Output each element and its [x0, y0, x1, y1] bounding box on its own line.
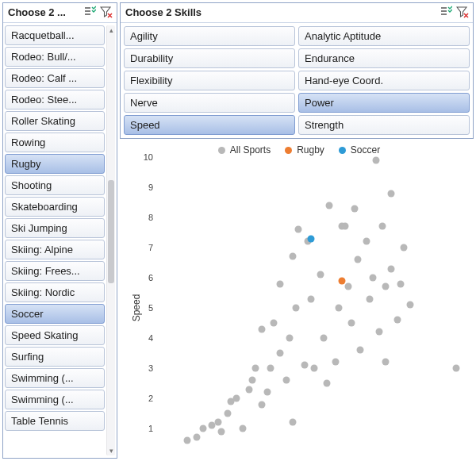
list-item[interactable]: Speed Skating [5, 325, 105, 345]
data-point [375, 328, 382, 336]
data-point [453, 365, 460, 372]
skill-item[interactable]: Endurance [298, 48, 470, 68]
data-point [289, 253, 296, 260]
data-point [193, 434, 200, 441]
scroll-up-arrow[interactable]: ▴ [107, 25, 115, 35]
y-tick: 8 [148, 213, 153, 222]
data-point [320, 335, 327, 342]
data-point [372, 156, 379, 163]
list-item[interactable]: Rugby [5, 154, 105, 174]
data-point [336, 305, 343, 312]
skill-item[interactable]: Strength [298, 115, 470, 135]
y-tick: 1 [148, 424, 153, 433]
data-point [397, 280, 405, 287]
legend-dot-icon [285, 147, 292, 154]
legend-entry: All Sports [213, 144, 271, 156]
legend-entry: Rugby [280, 144, 324, 156]
list-item[interactable]: Swimming (... [5, 368, 105, 388]
skill-item[interactable]: Hand-eye Coord. [298, 71, 470, 90]
scroll-thumb[interactable] [108, 180, 114, 283]
data-point [339, 277, 346, 284]
data-point [286, 335, 293, 342]
list-item[interactable]: Table Tennis [5, 411, 105, 431]
list-item[interactable]: Rodeo: Calf ... [5, 68, 105, 88]
data-point [382, 283, 389, 290]
data-point [394, 317, 401, 324]
y-axis-label: Speed [131, 294, 142, 322]
data-point [310, 365, 317, 372]
data-point [367, 295, 374, 302]
list-item[interactable]: Skiing: Alpine [5, 240, 105, 259]
data-point [317, 271, 324, 279]
list-item[interactable]: Swimming (... [5, 390, 105, 409]
data-point [289, 419, 296, 426]
list-item[interactable]: Surfing [5, 347, 105, 367]
y-tick: 3 [148, 363, 153, 373]
scrollbar[interactable]: ▴ ▾ [106, 25, 115, 455]
data-point [308, 235, 315, 242]
data-point [258, 401, 265, 408]
list-item[interactable]: Skateboarding [5, 197, 105, 217]
data-point [246, 386, 253, 393]
legend-dot-icon [339, 147, 346, 154]
list-item[interactable]: Rowing [5, 133, 105, 152]
scatter-chart: All SportsRugbySoccer 12345678910 2468 S… [120, 141, 474, 461]
data-point [224, 410, 231, 417]
list-item[interactable]: Racquetball... [5, 25, 105, 45]
data-point [267, 365, 274, 372]
clear-filter-icon[interactable] [99, 5, 113, 19]
sports-list: Racquetball...Rodeo: Bull/...Rodeo: Calf… [5, 25, 105, 455]
data-point [323, 380, 330, 387]
data-point [378, 223, 386, 230]
data-point [406, 302, 413, 309]
data-point [354, 256, 361, 263]
legend-entry: Soccer [334, 144, 380, 156]
data-point [388, 190, 395, 197]
skill-item[interactable]: Analytic Aptitude [298, 26, 470, 46]
skill-item[interactable]: Agility [124, 26, 295, 46]
scroll-down-arrow[interactable]: ▾ [107, 446, 115, 455]
data-point [344, 283, 351, 290]
skills-grid: AgilityAnalytic AptitudeDurabilityEndura… [121, 23, 473, 138]
data-point [184, 437, 191, 444]
skill-item[interactable]: Speed [124, 115, 295, 135]
skill-item[interactable]: Nerve [124, 93, 295, 113]
list-item[interactable]: Rodeo: Bull/... [5, 47, 105, 67]
clear-filter-icon[interactable] [455, 5, 470, 19]
sports-slicer-panel: Choose 2 ... Racquetball...Rodeo: Bull/.… [2, 2, 117, 459]
data-point [326, 202, 333, 209]
y-tick: 9 [148, 182, 153, 192]
data-point [370, 275, 377, 282]
data-point [199, 425, 206, 432]
data-point [217, 428, 225, 435]
data-point [277, 350, 284, 357]
list-item[interactable]: Rodeo: Stee... [5, 90, 105, 109]
data-point [401, 244, 408, 252]
skills-slicer-panel: Choose 2 Skills AgilityAnalytic Aptitude… [120, 2, 474, 139]
multiselect-icon[interactable] [439, 5, 453, 19]
list-item[interactable]: Skiing: Nordic [5, 282, 105, 302]
data-point [240, 425, 247, 432]
y-tick: 2 [148, 394, 153, 403]
skill-item[interactable]: Power [298, 93, 470, 113]
data-point [282, 377, 290, 384]
data-point [295, 226, 302, 233]
sports-slicer-header: Choose 2 ... [3, 3, 117, 23]
plot-area [156, 157, 466, 459]
y-tick: 5 [148, 303, 153, 313]
list-item[interactable]: Soccer [5, 304, 105, 324]
skill-item[interactable]: Durability [124, 48, 295, 68]
multiselect-icon[interactable] [83, 5, 97, 19]
list-item[interactable]: Skiing: Frees... [5, 261, 105, 281]
list-item[interactable]: Ski Jumping [5, 218, 105, 238]
data-point [292, 305, 299, 312]
chart-legend: All SportsRugbySoccer [123, 144, 470, 157]
data-point [347, 320, 355, 327]
data-point [215, 419, 222, 426]
data-point [251, 365, 259, 372]
skill-item[interactable]: Flexibility [124, 71, 295, 90]
list-item[interactable]: Roller Skating [5, 111, 105, 131]
list-item[interactable]: Shooting [5, 175, 105, 195]
y-tick: 10 [144, 152, 153, 162]
data-point [308, 295, 315, 302]
